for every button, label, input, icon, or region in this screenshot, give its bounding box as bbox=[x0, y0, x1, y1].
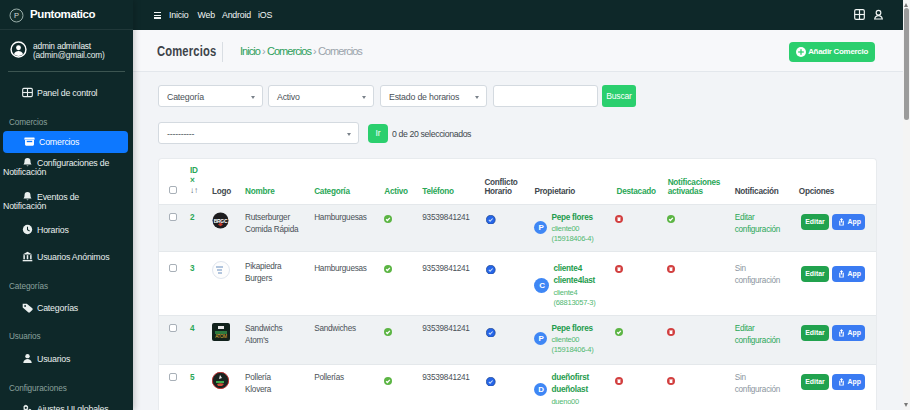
svg-text:ATOM: ATOM bbox=[215, 333, 227, 338]
svg-text:P: P bbox=[14, 11, 19, 20]
svg-text:BRGC: BRGC bbox=[214, 217, 228, 223]
